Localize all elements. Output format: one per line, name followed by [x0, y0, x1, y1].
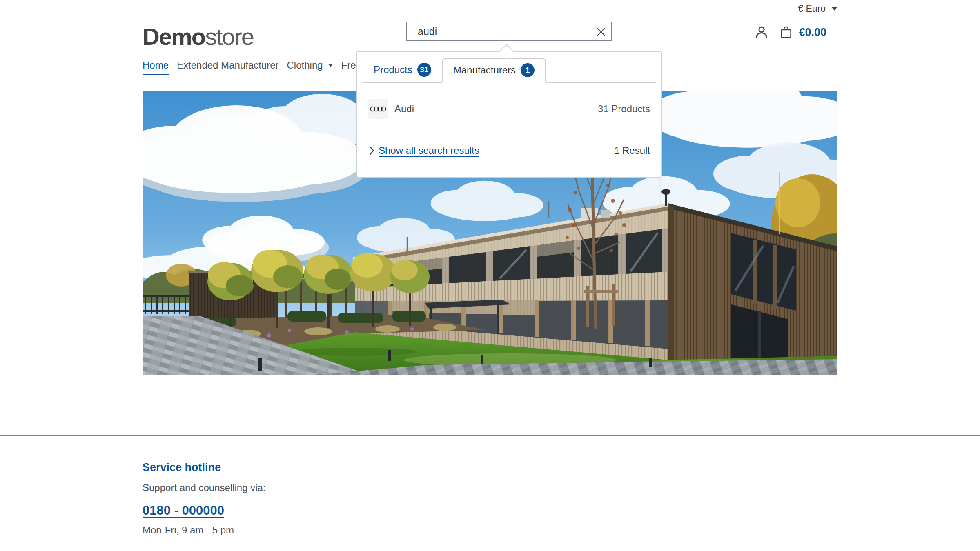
shop-logo[interactable]: Demostore	[143, 24, 254, 50]
show-all-results-link[interactable]: Show all search results	[368, 145, 479, 156]
audi-rings-icon	[370, 106, 386, 112]
footer-phone-link[interactable]: 0180 - 000000	[143, 503, 224, 518]
footer-hours: Mon-Fri, 9 am - 5 pm	[143, 524, 837, 536]
tab-manufacturers-label: Manufacturers	[453, 64, 516, 76]
cart-total: €0.00	[799, 26, 826, 39]
suggest-footer: Show all search results 1 Result	[368, 145, 650, 156]
search-suggest-panel: Products 31 Manufacturers 1 Audi 31 Prod…	[356, 51, 662, 178]
footer: Service hotline Support and counselling …	[0, 435, 980, 536]
nav-item-clothing[interactable]: Clothing	[287, 60, 333, 74]
header-actions: €0.00	[754, 24, 826, 40]
currency-selector[interactable]: € Euro	[798, 3, 837, 14]
suggest-tabs: Products 31 Manufacturers 1	[363, 58, 656, 83]
search-bar	[406, 22, 612, 41]
logo-light-part: store	[205, 23, 254, 50]
manufacturer-result-row[interactable]: Audi 31 Products	[368, 99, 650, 119]
footer-heading: Service hotline	[143, 461, 837, 474]
nav-item-home[interactable]: Home	[143, 60, 169, 75]
tab-products[interactable]: Products 31	[363, 58, 442, 82]
search-clear-button[interactable]	[594, 25, 608, 39]
tab-manufacturers[interactable]: Manufacturers 1	[442, 58, 546, 83]
manufacturers-count-badge: 1	[521, 63, 535, 77]
tab-products-label: Products	[374, 64, 412, 76]
chevron-down-icon	[328, 64, 333, 67]
logo-bold-part: Demo	[143, 23, 205, 50]
chevron-right-icon	[368, 145, 375, 156]
manufacturer-product-count: 31 Products	[598, 103, 650, 115]
products-count-badge: 31	[417, 63, 431, 77]
cart-button[interactable]: €0.00	[778, 24, 826, 40]
total-result-count: 1 Result	[614, 145, 650, 156]
shopping-bag-icon	[778, 24, 794, 40]
manufacturer-logo-box	[368, 99, 388, 119]
search-input[interactable]	[406, 22, 612, 41]
person-icon	[754, 24, 769, 40]
currency-label: € Euro	[798, 3, 826, 14]
nav-item-extended-manufacturer[interactable]: Extended Manufacturer	[177, 60, 278, 74]
chevron-down-icon	[831, 7, 837, 11]
top-bar: € Euro	[0, 0, 980, 17]
footer-support-text: Support and counselling via:	[143, 482, 837, 493]
account-button[interactable]	[754, 24, 769, 40]
manufacturer-name: Audi	[394, 103, 414, 115]
close-icon	[595, 26, 607, 38]
